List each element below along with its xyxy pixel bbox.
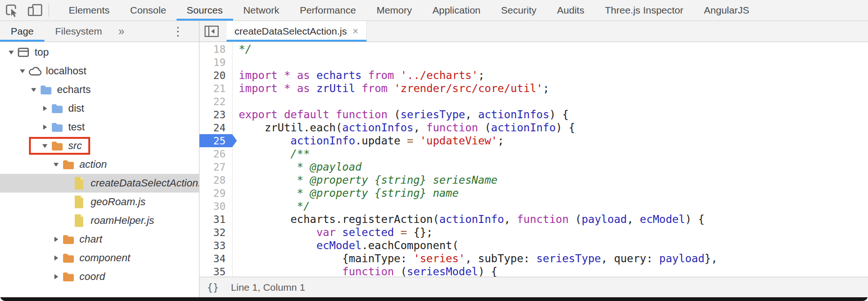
tree-item-src[interactable]: src [0, 136, 199, 155]
code-text: ecModel.eachComponent( [232, 239, 459, 251]
pretty-print-icon[interactable]: {} [207, 282, 219, 293]
folder-icon [62, 253, 75, 264]
tree-item-component[interactable]: component [0, 249, 199, 267]
main-panel-tabs: ElementsConsoleSourcesNetworkPerformance… [58, 0, 760, 21]
disclosure-triangle-icon[interactable] [53, 236, 59, 243]
main-tab-three-js-inspector[interactable]: Three.js Inspector [595, 0, 694, 21]
line-number[interactable]: 27 [199, 160, 232, 173]
line-number[interactable]: 21 [199, 82, 232, 95]
code-text: import * as echarts from '../echarts'; [232, 69, 484, 81]
tree-item-echarts[interactable]: echarts [0, 80, 199, 99]
code-line-19: 19 [199, 56, 868, 69]
code-lines: 18*/1920import * as echarts from '../ech… [199, 42, 868, 277]
disclosure-triangle-icon[interactable] [42, 124, 48, 130]
line-number[interactable]: 33 [199, 239, 232, 252]
line-number[interactable]: 26 [199, 147, 232, 160]
folder-icon [51, 103, 64, 114]
code-line-28: 28 * @property {string} seriesName [199, 173, 868, 186]
highlight-red-box: src [29, 137, 90, 155]
tree-item-label: action [79, 158, 107, 171]
code-line-20: 20import * as echarts from '../echarts'; [199, 69, 868, 82]
tree-item-coord[interactable]: coord [0, 267, 199, 286]
code-line-30: 30 */ [199, 200, 868, 213]
tree-item-chart[interactable]: chart [0, 230, 199, 249]
line-number[interactable]: 23 [199, 108, 232, 121]
code-line-22: 22 [199, 95, 868, 108]
tree-item-test[interactable]: test [0, 118, 199, 136]
tree-item-label: coord [79, 271, 105, 283]
code-line-26: 26 /** [199, 147, 868, 160]
code-text: zrUtil.each(actionInfos, function (actio… [232, 122, 575, 134]
code-text: */ [232, 200, 310, 212]
code-line-35: 35 function (seriesModel) { [199, 265, 868, 277]
tree-item-georoam-js[interactable]: geoRoam.js [0, 193, 199, 211]
editor-tab-createdataselectaction[interactable]: createDataSelectAction.js × [227, 21, 367, 42]
breakpoint-line-number[interactable]: 25 [199, 134, 237, 147]
tree-item-top[interactable]: top [0, 43, 199, 62]
navigator-tab-bar: Page Filesystem » ⋮ [0, 21, 199, 42]
code-text: * @property {string} seriesName [232, 174, 498, 186]
file-tree: toplocalhostechartsdisttestsrcactioncrea… [0, 42, 199, 297]
tree-item-dist[interactable]: dist [0, 99, 199, 118]
line-number[interactable]: 19 [199, 56, 232, 69]
device-toolbar-icon[interactable] [27, 4, 43, 17]
line-number[interactable]: 22 [199, 95, 232, 108]
code-text: function (seriesModel) { [232, 265, 498, 277]
tree-item-action[interactable]: action [0, 155, 199, 174]
code-text: /** [232, 148, 310, 160]
tree-item-label: echarts [57, 84, 91, 96]
tree-item-label: roamHelper.js [91, 215, 154, 227]
tree-item-createdataselectaction-js[interactable]: createDataSelectAction.js [0, 174, 199, 193]
tree-item-label: test [68, 121, 85, 133]
main-tab-sources[interactable]: Sources [177, 0, 233, 21]
main-tab-console[interactable]: Console [120, 0, 177, 21]
disclosure-triangle-icon[interactable] [53, 255, 59, 261]
main-tab-angularjs[interactable]: AngularJS [694, 0, 760, 21]
disclosure-triangle-icon[interactable] [19, 68, 26, 74]
main-tab-performance[interactable]: Performance [290, 0, 366, 21]
inspect-element-icon[interactable] [5, 3, 20, 17]
tree-item-label: component [79, 252, 130, 264]
tree-item-label: geoRoam.js [91, 196, 145, 208]
line-number[interactable]: 32 [199, 226, 232, 239]
main-tab-audits[interactable]: Audits [547, 0, 594, 21]
main-tab-elements[interactable]: Elements [58, 0, 120, 21]
code-text: * @payload [232, 161, 362, 173]
navigator-tab-filesystem[interactable]: Filesystem [44, 21, 113, 42]
line-number[interactable]: 30 [199, 200, 232, 213]
code-text: export default function (seriesType, act… [232, 108, 569, 121]
overflow-tabs-icon[interactable]: » [113, 21, 130, 42]
main-tab-network[interactable]: Network [233, 0, 290, 21]
disclosure-triangle-icon[interactable] [30, 86, 37, 93]
tree-item-label: localhost [46, 65, 86, 77]
disclosure-triangle-icon[interactable] [53, 161, 59, 168]
line-number[interactable]: 18 [199, 43, 232, 56]
folder-icon [62, 159, 75, 170]
main-tab-memory[interactable]: Memory [366, 0, 422, 21]
disclosure-triangle-icon[interactable] [42, 105, 48, 112]
sources-navigator-sidebar: Page Filesystem » ⋮ toplocalhostechartsd… [0, 21, 199, 297]
line-number[interactable]: 29 [199, 186, 232, 200]
code-text: {mainType: 'series', subType: seriesType… [232, 252, 718, 265]
line-number[interactable]: 28 [199, 173, 232, 186]
line-number[interactable]: 31 [199, 213, 232, 226]
navigator-tab-page[interactable]: Page [0, 21, 44, 42]
disclosure-triangle-icon[interactable] [42, 143, 48, 149]
collapse-sidebar-icon[interactable] [199, 21, 224, 42]
disclosure-triangle-icon[interactable] [8, 49, 14, 56]
tree-item-roamhelper-js[interactable]: roamHelper.js [0, 211, 199, 230]
code-editor[interactable]: 18*/1920import * as echarts from '../ech… [199, 42, 868, 277]
main-tab-security[interactable]: Security [491, 0, 547, 21]
main-tab-application[interactable]: Application [422, 0, 491, 21]
tree-item-label: src [68, 140, 82, 152]
line-number[interactable]: 34 [199, 252, 232, 265]
line-number[interactable]: 20 [199, 69, 232, 82]
code-line-27: 27 * @payload [199, 160, 868, 173]
line-number[interactable]: 24 [199, 121, 232, 134]
disclosure-triangle-icon[interactable] [53, 273, 59, 280]
close-icon[interactable]: × [352, 26, 358, 36]
menu-dots-icon[interactable]: ⋮ [169, 21, 187, 42]
tree-item-label: dist [68, 102, 84, 115]
tree-item-localhost[interactable]: localhost [0, 62, 199, 80]
line-number[interactable]: 35 [199, 265, 232, 277]
